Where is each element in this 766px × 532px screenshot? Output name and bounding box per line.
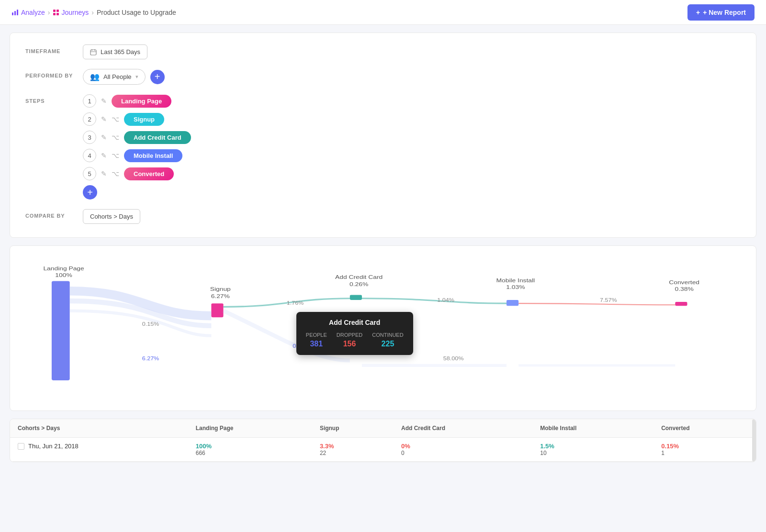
svg-rect-22 <box>211 303 223 317</box>
svg-text:0.26%: 0.26% <box>349 281 368 288</box>
step-badge-1[interactable]: Landing Page <box>112 95 171 108</box>
tooltip-people-label: PEOPLE <box>306 332 327 338</box>
data-table: Cohorts > Days Landing Page Signup Add C… <box>10 419 756 462</box>
performed-by-row: PERFORMED BY 👥 All People ▾ + <box>25 69 741 85</box>
step-row-4: 4 ✎ ⌥ Mobile Install <box>83 149 191 162</box>
tooltip-people-value: 381 <box>306 340 327 348</box>
breadcrumb-journeys[interactable]: Journeys <box>53 9 89 16</box>
svg-rect-21 <box>52 281 70 380</box>
breadcrumb-analyze[interactable]: Analyze <box>11 9 45 16</box>
breadcrumb-sep-2: › <box>91 9 94 16</box>
svg-text:1.76%: 1.76% <box>287 300 304 306</box>
col-header-signup: Signup <box>312 419 394 438</box>
table-row: Thu, Jun 21, 2018 100% 666 3.3% 22 0% 0 … <box>10 438 756 462</box>
all-people-button[interactable]: 👥 All People ▾ <box>83 69 146 85</box>
col-header-converted: Converted <box>653 419 756 438</box>
svg-text:0.38%: 0.38% <box>675 286 694 292</box>
tooltip-dropped-value: 156 <box>337 340 362 348</box>
step-branch-icon-5[interactable]: ⌥ <box>112 170 119 177</box>
config-panel: TIMEFRAME Last 365 Days PERFORMED BY 👥 A… <box>10 33 756 238</box>
timeframe-label: TIMEFRAME <box>25 44 83 54</box>
step-edit-icon-5[interactable]: ✎ <box>101 170 107 177</box>
svg-rect-6 <box>56 13 59 15</box>
step-badge-2[interactable]: Signup <box>124 113 164 126</box>
svg-text:0: 0 <box>293 344 296 349</box>
tooltip-dropped: DROPPED 156 <box>337 332 362 348</box>
svg-text:7.57%: 7.57% <box>600 298 617 303</box>
tooltip-row: PEOPLE 381 DROPPED 156 CONTINUED 225 <box>306 332 404 348</box>
cell-landing-page: 100% 666 <box>188 438 312 462</box>
chevron-down-icon: ▾ <box>135 74 138 80</box>
col-header-cohorts: Cohorts > Days <box>10 419 188 438</box>
step-branch-icon-4[interactable]: ⌥ <box>112 152 119 159</box>
performed-by-label: PERFORMED BY <box>25 69 83 78</box>
add-filter-button[interactable]: + <box>150 70 165 84</box>
svg-text:100%: 100% <box>55 272 72 278</box>
cell-converted: 0.15% 1 <box>653 438 756 462</box>
mobile-install-count: 10 <box>540 450 646 456</box>
step-edit-icon-2[interactable]: ✎ <box>101 115 107 123</box>
svg-text:Add Credit Card: Add Credit Card <box>335 274 383 280</box>
svg-text:6.27%: 6.27% <box>142 356 159 361</box>
svg-text:Mobile Install: Mobile Install <box>496 277 535 284</box>
tooltip-title: Add Credit Card <box>306 319 404 326</box>
step-number-3: 3 <box>83 131 96 144</box>
breadcrumb-sep-1: › <box>48 9 50 16</box>
step-badge-4[interactable]: Mobile Install <box>124 149 182 162</box>
svg-text:0.15%: 0.15% <box>142 321 159 327</box>
svg-text:1.03%: 1.03% <box>506 284 525 290</box>
topbar: Analyze › Journeys › Product Usage to Up… <box>0 0 766 25</box>
tooltip-people: PEOPLE 381 <box>306 332 327 348</box>
tooltip-continued-label: CONTINUED <box>372 332 403 338</box>
all-people-label: All People <box>103 73 132 80</box>
step-row-1: 1 ✎ Landing Page <box>83 94 191 108</box>
signup-count: 22 <box>320 450 386 456</box>
row-checkbox[interactable] <box>18 443 24 450</box>
row-date-label: Thu, Jun 21, 2018 <box>28 443 79 450</box>
svg-text:Landing Page: Landing Page <box>43 266 84 272</box>
steps-label: STEPS <box>25 94 83 104</box>
mobile-install-pct: 1.5% <box>540 443 646 450</box>
svg-text:6.27%: 6.27% <box>211 293 230 299</box>
svg-rect-24 <box>507 300 518 306</box>
cell-signup: 3.3% 22 <box>312 438 394 462</box>
tooltip-dropped-label: DROPPED <box>337 332 362 338</box>
col-header-add-credit: Add Credit Card <box>394 419 532 438</box>
step-edit-icon-1[interactable]: ✎ <box>101 97 107 105</box>
tooltip-continued: CONTINUED 225 <box>372 332 403 348</box>
table-panel: Cohorts > Days Landing Page Signup Add C… <box>10 419 756 462</box>
new-report-button[interactable]: + + New Report <box>687 4 755 21</box>
step-badge-5[interactable]: Converted <box>124 167 174 180</box>
calendar-icon <box>90 49 97 55</box>
col-header-mobile: Mobile Install <box>532 419 653 438</box>
svg-rect-2 <box>17 10 18 15</box>
step-edit-icon-4[interactable]: ✎ <box>101 152 107 159</box>
step-number-5: 5 <box>83 167 96 180</box>
step-branch-icon-2[interactable]: ⌥ <box>112 115 119 123</box>
sankey-chart: Landing Page 100% Signup 6.27% Add Credi… <box>22 261 744 395</box>
step-row-3: 3 ✎ ⌥ Add Credit Card <box>83 131 191 144</box>
chart-tooltip: Add Credit Card PEOPLE 381 DROPPED 156 C… <box>296 312 413 355</box>
compare-by-row: COMPARE BY Cohorts > Days <box>25 209 741 224</box>
add-credit-card-pct: 0% <box>401 443 525 450</box>
step-badge-3[interactable]: Add Credit Card <box>124 131 191 144</box>
signup-pct: 3.3% <box>320 443 386 450</box>
landing-page-pct: 100% <box>196 443 304 450</box>
step-edit-icon-3[interactable]: ✎ <box>101 133 107 141</box>
compare-by-button[interactable]: Cohorts > Days <box>83 209 140 224</box>
steps-container: 1 ✎ Landing Page 2 ✎ ⌥ Signup 3 ✎ <box>83 94 191 180</box>
svg-rect-7 <box>90 50 96 55</box>
cell-mobile-install: 1.5% 10 <box>532 438 653 462</box>
plus-icon: + <box>87 187 93 198</box>
svg-rect-4 <box>56 10 59 12</box>
page-title: Product Usage to Upgrade <box>97 9 176 16</box>
chart-panel: Landing Page 100% Signup 6.27% Add Credi… <box>10 245 756 411</box>
add-credit-card-count: 0 <box>401 450 525 456</box>
add-step-button[interactable]: + <box>83 185 97 200</box>
svg-rect-1 <box>14 11 16 15</box>
table-scrollbar[interactable] <box>752 419 756 462</box>
col-header-landing: Landing Page <box>188 419 312 438</box>
step-branch-icon-3[interactable]: ⌥ <box>112 133 119 141</box>
svg-rect-0 <box>12 12 13 15</box>
timeframe-button[interactable]: Last 365 Days <box>83 44 147 59</box>
